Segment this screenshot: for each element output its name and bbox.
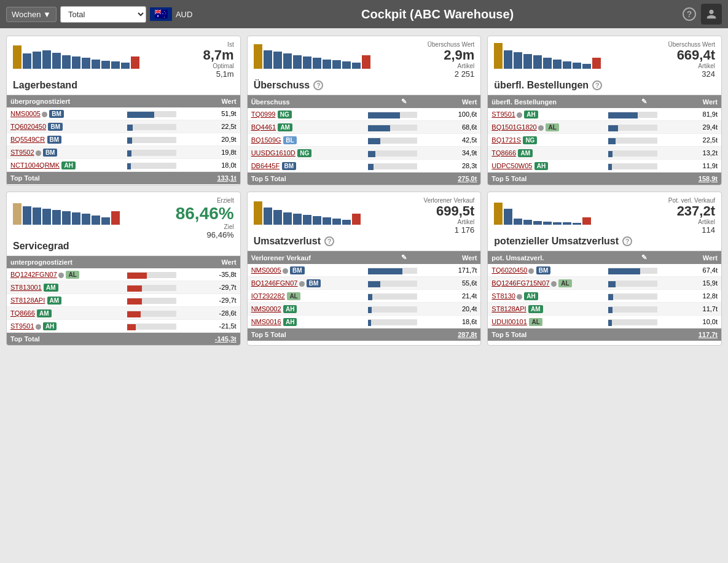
item-id-cell: UDPC50W05 AH [488,160,605,173]
value-cell: -28,6t [201,307,240,320]
badge: BM [49,110,64,118]
bestell-edit-icon[interactable]: ✎ [641,98,647,105]
item-link[interactable]: ST9501 [10,322,34,330]
table-row: UDUI00101 AL10,0t [488,316,721,328]
bar-s4 [42,209,51,225]
bestellungen-help[interactable]: ? [592,80,602,90]
value-cell: 68,6t [444,121,481,134]
umsatzverlust-help[interactable]: ? [324,236,334,246]
item-link[interactable]: TQ8666 [10,309,35,317]
item-link[interactable]: BQ5549CR [10,136,45,143]
item-link[interactable]: NMS0016 [251,318,281,325]
item-id-cell: NMS0002 AH [248,303,364,316]
bar-p3 [514,219,522,225]
bar-p4 [523,220,532,225]
uv-total-link[interactable]: 287,8t [458,331,477,338]
bar-b8 [563,61,571,69]
ueberschuss-help[interactable]: ? [313,80,323,90]
item-link[interactable]: ST8128API [491,305,526,313]
table-row: TQ6020450 BM67,4t [488,264,721,277]
item-link[interactable]: NMS0005 [10,110,41,117]
mini-bar [608,320,612,326]
uv-edit-icon[interactable]: ✎ [401,254,407,261]
pot-edit-icon[interactable]: ✎ [641,254,647,261]
item-link[interactable]: ST8128API [10,297,45,304]
badge: NG [523,136,537,144]
bar-cell [364,147,444,160]
panel-pot-umsatzverlust: Pot. verl. Verkauf 237,2t Artikel 114 po… [487,192,722,346]
mini-bar-wrap [608,293,657,300]
pot-help[interactable]: ? [622,236,632,246]
gray-dot-icon [551,281,557,287]
help-icon[interactable]: ? [683,7,696,21]
item-link[interactable]: UUSDG1610D [251,149,296,157]
bar-u7 [313,58,321,69]
user-icon[interactable] [701,4,722,25]
item-link[interactable]: BQ1242FGN07 [10,271,57,278]
item-id-cell: TQ6020450 BM [7,120,123,133]
badge: BM [282,162,297,170]
bar-uv1 [254,201,262,225]
total-dropdown[interactable]: Total [60,6,146,23]
item-link[interactable]: BQ1246FGN07 [251,279,298,287]
value-cell: 22,5t [203,120,240,133]
pot-total-link[interactable]: 117,7t [699,331,718,338]
badge: NG [297,149,311,157]
item-link[interactable]: BQ1509G [251,136,281,144]
bar-b1 [494,43,503,69]
item-link[interactable]: TQ6020450 [10,123,46,130]
badge: AM [47,297,62,305]
bestellungen-bars [494,41,601,69]
item-link[interactable]: ST8130 [491,292,515,300]
item-link[interactable]: ST9502 [10,149,34,156]
value-cell: 20,9t [203,133,240,146]
ueberschuss-total-link[interactable]: 275,0t [458,175,477,182]
gray-dot-icon [36,150,41,156]
uv-col1: Verlorener Verkauf [248,251,364,264]
bar-9 [92,60,100,69]
item-link[interactable]: UDUI00101 [491,318,526,325]
item-link[interactable]: ST9501 [491,111,515,118]
item-link[interactable]: TQ8666 [491,149,516,157]
lagerbestand-bars [13,41,139,69]
table-row: ST9501 AH81,9t [488,108,721,121]
user-svg [706,9,717,20]
badge: NG [278,111,292,118]
lagerbestand-total-link[interactable]: 133,1t [217,174,236,182]
item-link[interactable]: DB6445F [251,162,280,169]
item-id-cell: IOT292282 AL [248,290,364,303]
wochen-dropdown[interactable]: Wochen ▼ [6,7,57,22]
uv-footer-label: Top 5 Total [248,328,364,341]
item-link[interactable]: BQ1721S [491,136,521,144]
item-link[interactable]: ST813001 [10,284,42,291]
pot-pvv-value: 237,2t [668,204,715,219]
bar-u6 [303,56,311,69]
bestell-total-link[interactable]: 158,9t [699,175,718,182]
item-link[interactable]: UDPC50W05 [491,162,532,169]
table-row: NMS0002 AH20,4t [248,303,481,316]
item-link[interactable]: BQ1246FG715N07 [491,279,549,287]
item-link[interactable]: NCT1004QRMK [10,161,60,169]
item-link[interactable]: TQ6020450 [491,266,527,274]
mini-bar-wrap [608,319,657,325]
sg-col2 [123,256,201,268]
item-link[interactable]: BQ1501G1820 [491,123,536,131]
ueberschuss-chart-area: Überschuss Wert 2,9m Artikel 2 251 [254,41,475,79]
ueberschuss-edit-icon[interactable]: ✎ [401,98,407,105]
item-link[interactable]: TQ0999 [251,111,276,118]
value-cell: 12,8t [684,290,721,303]
item-link[interactable]: NMS0002 [251,305,281,313]
bar-u-accent [362,55,370,69]
bestellungen-thead-row: überfl. Bestellungen ✎ Wert [488,95,721,108]
ueberschuss-footer-value: 275,0t [444,173,481,185]
bar-11 [111,61,120,69]
bestellungen-table: überfl. Bestellungen ✎ Wert ST9501 AH81,… [488,95,721,185]
item-id-cell: TQ8666 AM [488,147,605,160]
item-link[interactable]: NMS0005 [251,266,281,274]
mini-bar [368,138,380,144]
mini-bar [368,268,402,274]
lagerbestand-col2 [123,95,203,107]
sg-total-link[interactable]: -145,3t [215,335,237,343]
item-link[interactable]: IOT292282 [251,292,285,300]
item-link[interactable]: BQ4461 [251,123,276,131]
